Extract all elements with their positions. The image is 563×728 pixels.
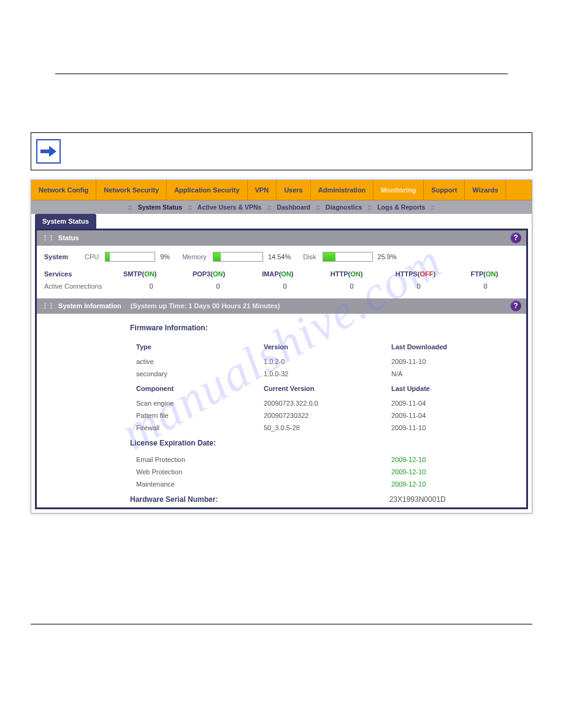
screenshot-panel: manualshive.com Network Config Network S… xyxy=(31,180,532,514)
disk-label: Disk xyxy=(303,253,316,260)
firmware-info-title: Firmware Information: xyxy=(44,320,519,335)
hdr-type: Type xyxy=(136,341,264,353)
ac-pop3: 0 xyxy=(185,282,251,290)
sub-nav: :: System Status :: Active Users & VPNs … xyxy=(31,200,532,214)
svc-imap: IMAP(ON) xyxy=(243,270,312,278)
help-icon[interactable]: ? xyxy=(510,300,521,311)
tab-vpn[interactable]: VPN xyxy=(248,180,277,200)
cpu-bar xyxy=(105,252,155,262)
note-arrow-cell xyxy=(31,133,66,170)
disk-pct: 25.9% xyxy=(378,253,397,260)
hdr-last-update: Last Update xyxy=(391,382,519,395)
tab-wizards[interactable]: Wizards xyxy=(465,180,506,200)
lic-row-web: Web Protection2009-12-10 xyxy=(136,466,519,478)
tab-application-security[interactable]: Application Security xyxy=(167,180,247,200)
subnav-logs-reports[interactable]: Logs & Reports xyxy=(373,203,429,211)
memory-label: Memory xyxy=(182,253,207,260)
ac-http: 0 xyxy=(318,282,385,290)
uptime-text: (System up Time: 1 Days 00 Hours 21 Minu… xyxy=(131,302,280,309)
grip-icon: ⋮⋮ xyxy=(42,234,54,241)
hw-serial-label: Hardware Serial Number: xyxy=(130,495,259,504)
panel-title-status: Status xyxy=(58,234,79,241)
ac-ftp: 0 xyxy=(452,282,519,290)
fw-row-active: active1.0.2-02009-11-10 xyxy=(136,355,519,368)
grip-icon: ⋮⋮ xyxy=(42,302,54,309)
license-exp-title: License Expiration Date: xyxy=(44,435,519,450)
system-label: System xyxy=(44,253,81,260)
hdr-current-version: Current Version xyxy=(264,382,391,395)
page-bottom-rule xyxy=(31,624,532,624)
note-box xyxy=(31,132,532,170)
active-connections-label: Active Connections xyxy=(44,282,118,290)
subnav-active-users-vpns[interactable]: Active Users & VPNs xyxy=(194,203,265,211)
subnav-system-status[interactable]: System Status xyxy=(134,203,186,211)
hdr-version: Version xyxy=(264,341,391,353)
panel-title-sysinfo: System Information xyxy=(58,302,121,309)
hw-serial-value: 23X1993N0001D xyxy=(389,495,519,504)
fw-row-pattern-file: Pattern file2009072303222009-11-04 xyxy=(136,409,519,422)
page-top-rule xyxy=(55,74,508,74)
lic-row-maintenance: Maintenance2009-12-10 xyxy=(136,478,519,490)
fw-row-firewall: Firewall50_3.0.5-282009-11-10 xyxy=(136,422,519,434)
ac-imap: 0 xyxy=(251,282,318,290)
tab3-system-status[interactable]: System Status xyxy=(35,214,96,229)
disk-bar xyxy=(323,252,373,262)
tab-network-security[interactable]: Network Security xyxy=(96,180,167,200)
tertiary-nav: System Status xyxy=(31,214,532,229)
ac-smtp: 0 xyxy=(118,282,185,290)
tab-monitoring[interactable]: Monitoring xyxy=(373,180,424,200)
cpu-pct: 9% xyxy=(160,253,170,260)
help-icon[interactable]: ? xyxy=(510,232,521,243)
lic-row-email: Email Protection2009-12-10 xyxy=(136,453,519,466)
tab-users[interactable]: Users xyxy=(277,180,311,200)
hdr-component: Component xyxy=(136,382,264,395)
tab-network-config[interactable]: Network Config xyxy=(31,180,96,200)
tab-support[interactable]: Support xyxy=(424,180,465,200)
memory-bar xyxy=(213,252,263,262)
panel-header-sysinfo: ⋮⋮ System Information (System up Time: 1… xyxy=(37,298,526,314)
note-text xyxy=(66,133,532,170)
svc-smtp: SMTP(ON) xyxy=(105,270,174,278)
svc-http: HTTP(ON) xyxy=(312,270,381,278)
main-nav: Network Config Network Security Applicat… xyxy=(31,180,532,200)
cpu-label: CPU xyxy=(85,253,99,260)
fw-row-secondary: secondary1.0.0-32N/A xyxy=(136,368,519,380)
services-label: Services xyxy=(44,270,105,278)
subnav-diagnostics[interactable]: Diagnostics xyxy=(322,203,366,211)
fw-row-scan-engine: Scan engine20090723.322.0.02009-11-04 xyxy=(136,397,519,409)
svc-pop3: POP3(ON) xyxy=(174,270,243,278)
subnav-dashboard[interactable]: Dashboard xyxy=(273,203,314,211)
tab-administration[interactable]: Administration xyxy=(311,180,374,200)
panel-header-status: ⋮⋮ Status ? xyxy=(37,230,526,246)
svc-https: HTTPS(OFF) xyxy=(381,270,450,278)
memory-pct: 14.54% xyxy=(268,253,291,260)
hdr-last-downloaded: Last Downloaded xyxy=(391,341,519,353)
ac-https: 0 xyxy=(385,282,452,290)
right-arrow-icon xyxy=(36,139,61,164)
svc-ftp: FTP(ON) xyxy=(450,270,519,278)
